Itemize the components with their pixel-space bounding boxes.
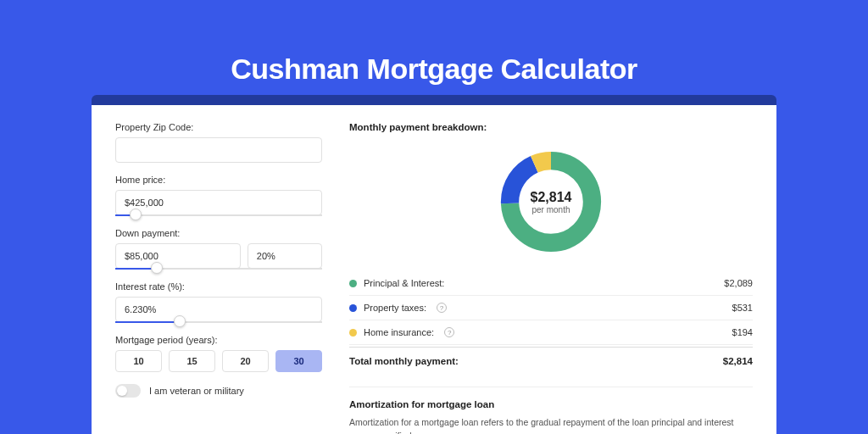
amort-text: Amortization for a mortgage loan refers … bbox=[349, 416, 753, 434]
price-input[interactable] bbox=[115, 190, 322, 215]
period-label: Mortgage period (years): bbox=[115, 335, 322, 345]
calculator-card: Property Zip Code: Home price: Down paym… bbox=[92, 95, 776, 434]
donut-total: $2,814 bbox=[531, 190, 572, 205]
row-home-insurance: Home insurance: ? $194 bbox=[349, 320, 753, 345]
rate-input[interactable] bbox=[115, 297, 322, 322]
amort-title: Amortization for mortgage loan bbox=[349, 399, 753, 409]
price-slider[interactable] bbox=[115, 214, 322, 216]
legend-dot-blue bbox=[349, 304, 357, 312]
legend-dot-yellow bbox=[349, 329, 357, 337]
ins-label: Home insurance: bbox=[364, 327, 434, 337]
donut-sub: per month bbox=[531, 205, 570, 214]
veteran-label: I am veteran or military bbox=[149, 386, 244, 396]
page-title: Cushman Mortgage Calculator bbox=[0, 0, 868, 86]
legend-dot-green bbox=[349, 280, 357, 287]
down-slider-thumb[interactable] bbox=[151, 262, 163, 274]
total-value: $2,814 bbox=[723, 356, 753, 366]
veteran-toggle[interactable] bbox=[115, 384, 141, 398]
period-30-button[interactable]: 30 bbox=[275, 350, 322, 372]
price-slider-thumb[interactable] bbox=[130, 209, 142, 220]
total-label: Total monthly payment: bbox=[349, 356, 459, 366]
pi-label: Principal & Interest: bbox=[364, 278, 444, 288]
tax-label: Property taxes: bbox=[364, 303, 426, 313]
down-slider[interactable] bbox=[115, 268, 322, 270]
period-15-button[interactable]: 15 bbox=[169, 350, 215, 372]
donut-chart: $2,814 per month bbox=[497, 147, 605, 256]
price-label: Home price: bbox=[115, 175, 322, 185]
period-20-button[interactable]: 20 bbox=[222, 350, 269, 372]
ins-value: $194 bbox=[732, 327, 753, 337]
rate-slider[interactable] bbox=[115, 321, 322, 323]
help-icon[interactable]: ? bbox=[437, 303, 447, 313]
breakdown-title: Monthly payment breakdown: bbox=[349, 122, 753, 132]
row-property-taxes: Property taxes: ? $531 bbox=[349, 296, 753, 320]
rate-label: Interest rate (%): bbox=[115, 281, 322, 292]
row-total: Total monthly payment: $2,814 bbox=[349, 347, 753, 375]
tax-value: $531 bbox=[732, 303, 753, 313]
zip-label: Property Zip Code: bbox=[115, 122, 322, 132]
down-label: Down payment: bbox=[115, 228, 322, 238]
breakdown-panel: Monthly payment breakdown: $2,814 per mo… bbox=[337, 105, 776, 434]
inputs-panel: Property Zip Code: Home price: Down paym… bbox=[92, 105, 337, 434]
help-icon[interactable]: ? bbox=[444, 327, 454, 337]
down-percent-input[interactable] bbox=[248, 243, 322, 269]
period-10-button[interactable]: 10 bbox=[115, 350, 162, 372]
row-principal-interest: Principal & Interest: $2,089 bbox=[349, 271, 753, 296]
down-amount-input[interactable] bbox=[115, 243, 241, 269]
pi-value: $2,089 bbox=[724, 278, 753, 288]
rate-slider-thumb[interactable] bbox=[174, 315, 186, 327]
zip-input[interactable] bbox=[115, 137, 322, 163]
